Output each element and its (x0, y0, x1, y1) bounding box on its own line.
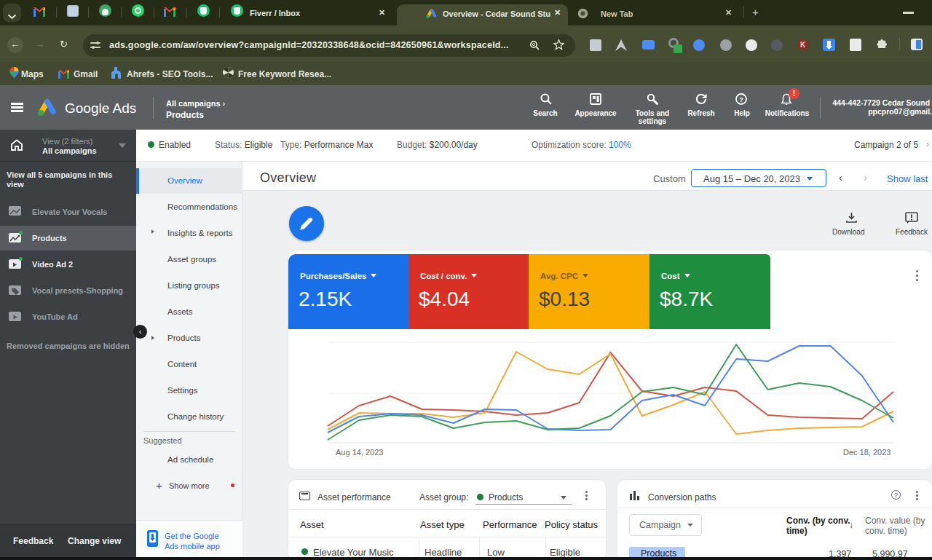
svg-text:?: ? (739, 96, 743, 103)
